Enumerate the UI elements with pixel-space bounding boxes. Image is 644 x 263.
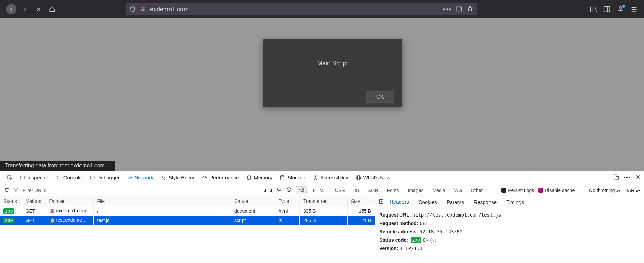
svg-rect-13 [357,176,359,180]
reader-mode-icon[interactable] [456,5,463,14]
filter-xhr[interactable]: XHR [366,187,381,194]
back-button[interactable] [6,4,16,14]
sidebar-icon[interactable] [603,5,611,13]
devtools-tabs: Inspector Console Debugger Network Style… [0,171,644,184]
alert-ok-button[interactable]: OK [366,91,394,103]
col-domain[interactable]: Domain [46,196,93,206]
filter-html[interactable]: HTML [311,187,328,194]
col-file[interactable]: File [93,196,231,206]
detail-tab-timings[interactable]: Timings [502,197,528,207]
request-url-value: http://test.exdemo1.com/test.js [412,212,501,218]
tab-console[interactable]: Console [53,171,86,184]
url-bar[interactable]: exdemo1.com ••• [126,3,477,15]
request-details-panel: Headers Cookies Params Response Timings … [375,196,644,263]
col-cause[interactable]: Cause [231,196,275,206]
col-transferred[interactable]: Transferred [300,196,348,206]
detail-tab-response[interactable]: Response [470,197,501,207]
filter-ws[interactable]: WS [452,187,465,194]
col-status[interactable]: Status [0,196,22,206]
responsive-mode-icon[interactable] [613,174,619,181]
devtools-close-icon[interactable] [635,174,641,181]
browser-chrome: exdemo1.com ••• [0,0,644,18]
filter-urls-input[interactable] [23,188,108,193]
remote-address-value: 52.18.75.143:80 [420,229,463,234]
tab-accessibility[interactable]: Accessibility [309,171,352,184]
page-viewport: Main Script OK Transferring data from te… [0,18,644,171]
pick-element-icon[interactable] [3,171,16,184]
page-actions-icon[interactable]: ••• [443,6,452,13]
tab-whats-new[interactable]: What's New [352,171,394,184]
svg-point-3 [619,7,621,9]
tab-inspector[interactable]: Inspector [16,171,52,184]
menu-icon[interactable] [630,5,638,13]
tab-performance[interactable]: Performance [199,171,242,184]
home-button[interactable] [47,4,57,14]
detail-tab-cookies[interactable]: Cookies [414,197,441,207]
svg-rect-8 [20,176,25,179]
status-badge: 200 [411,237,421,243]
status-code-label: Status code: [379,237,408,243]
version-value: HTTP/1.1 [399,246,422,251]
throttling-select[interactable]: No throttling ▴▾ [589,188,620,193]
filter-other[interactable]: Other [468,187,485,194]
forward-button[interactable] [20,4,30,14]
status-text-value: OK [423,237,428,243]
alert-message: Main Script [263,39,402,87]
library-icon[interactable] [589,5,597,13]
devtools-more-icon[interactable]: ••• [624,175,631,180]
har-menu[interactable]: HAR ▴▾ [625,188,640,193]
pause-icon[interactable]: I I [264,188,273,193]
version-label: Version: [379,246,398,251]
table-row[interactable]: 200 GET test.exdemo… test.js script js 2… [0,216,375,225]
network-request-table: Status Method Domain File Cause Type Tra… [0,196,375,263]
filter-images[interactable]: Images [406,187,426,194]
network-toolbar: I I All HTML CSS JS XHR Fonts Images Med… [0,184,644,196]
help-icon[interactable]: ? [430,238,436,243]
search-icon[interactable] [277,187,282,193]
filter-all[interactable]: All [296,186,307,194]
persist-logs-checkbox[interactable]: Persist Logs [501,188,534,193]
remote-address-label: Remote address: [379,229,418,234]
col-method[interactable]: Method [22,196,46,206]
tab-memory[interactable]: Memory [243,171,276,184]
svg-point-16 [278,188,280,191]
devtools-panel: Inspector Console Debugger Network Style… [0,171,644,263]
svg-rect-1 [604,7,610,12]
insecure-lock-icon [140,6,146,12]
tab-style-editor[interactable]: Style Editor [158,171,198,184]
col-size[interactable]: Size [348,196,375,206]
insecure-lock-icon [49,218,55,223]
col-type[interactable]: Type [275,196,300,206]
clear-icon[interactable] [4,187,10,193]
insecure-lock-icon [49,208,55,214]
status-bar: Transferring data from test.exdemo1.com… [0,161,115,171]
details-toggle-icon[interactable] [379,199,384,205]
request-method-label: Request method: [379,221,418,226]
svg-point-11 [281,175,284,177]
profile-icon[interactable] [617,5,624,13]
filter-media[interactable]: Media [430,187,448,194]
filter-funnel-icon[interactable] [14,187,18,193]
stop-button[interactable] [33,4,44,14]
svg-rect-9 [90,176,94,179]
svg-rect-7 [8,176,11,179]
tab-storage[interactable]: Storage [276,171,309,184]
block-icon[interactable] [286,187,292,193]
detail-tab-params[interactable]: Params [442,197,468,207]
disable-cache-checkbox[interactable]: Disable cache [538,188,575,193]
table-row[interactable]: 200 GET exdemo1.com / document html 335 … [0,206,375,216]
request-method-value: GET [420,221,428,226]
detail-tab-headers[interactable]: Headers [385,197,413,207]
tab-debugger[interactable]: Debugger [86,171,123,184]
url-text: exdemo1.com [150,6,189,13]
status-badge: 200 [3,208,14,214]
svg-rect-10 [248,176,251,179]
request-url-label: Request URL: [379,212,411,218]
tab-network[interactable]: Network [124,171,157,184]
bookmark-star-icon[interactable] [467,5,473,14]
status-badge: 200 [3,218,14,223]
filter-js[interactable]: JS [351,187,362,194]
svg-rect-14 [614,175,617,179]
filter-css[interactable]: CSS [333,187,347,194]
filter-fonts[interactable]: Fonts [385,187,401,194]
